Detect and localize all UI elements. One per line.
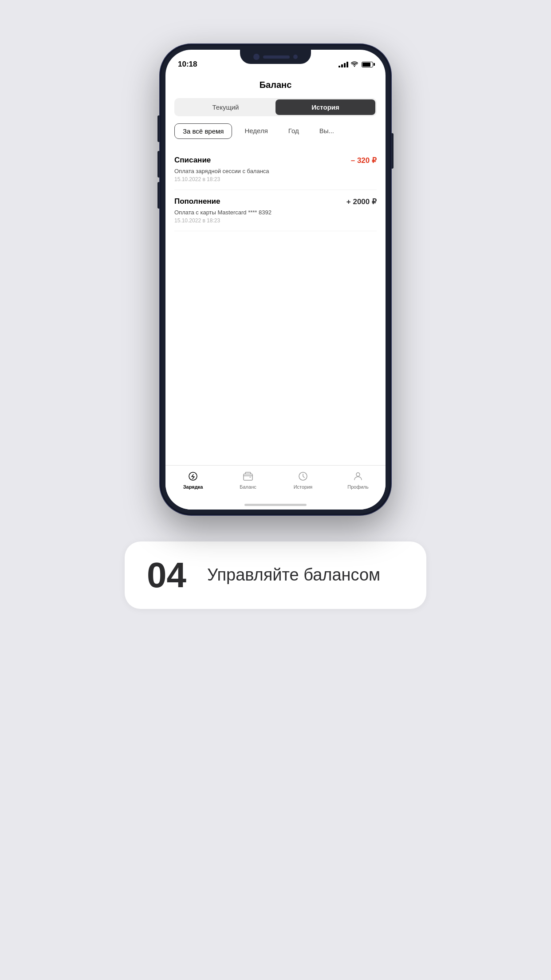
transactions-list: Списание – 320 ₽ Оплата зарядной сессии … <box>174 149 377 231</box>
nav-balance[interactable]: Баланс <box>220 470 276 490</box>
filter-week[interactable]: Неделя <box>236 123 276 139</box>
nav-charging[interactable]: Зарядка <box>165 470 220 490</box>
signal-icon <box>338 61 348 67</box>
notch <box>240 50 311 64</box>
nav-label-profile: Профиль <box>347 484 369 490</box>
transaction-title-1: Списание <box>174 156 211 165</box>
transaction-amount-1: – 320 ₽ <box>351 156 377 165</box>
nav-label-balance: Баланс <box>240 484 256 490</box>
transaction-date-2: 15.10.2022 в 18:23 <box>174 217 377 224</box>
transaction-item-2: Пополнение + 2000 ₽ Оплата с карты Maste… <box>174 190 377 231</box>
card-number: 04 <box>147 557 191 593</box>
charging-icon <box>187 470 199 482</box>
battery-icon <box>362 62 373 67</box>
wifi-icon <box>351 61 358 68</box>
transaction-date-1: 15.10.2022 в 18:23 <box>174 176 377 182</box>
filter-all[interactable]: За всё время <box>174 123 232 139</box>
card-text: Управляйте балансом <box>207 565 380 585</box>
bottom-nav: Зарядка Баланс <box>165 465 386 510</box>
filter-custom[interactable]: Вы... <box>311 123 342 139</box>
nav-label-charging: Зарядка <box>183 484 203 490</box>
nav-history[interactable]: История <box>276 470 331 490</box>
bottom-card: 04 Управляйте балансом <box>125 541 426 609</box>
tab-history[interactable]: История <box>276 99 375 115</box>
svg-rect-1 <box>244 474 252 480</box>
transaction-desc-2: Оплата с карты Mastercard **** 8392 <box>174 209 377 216</box>
transaction-item-1: Списание – 320 ₽ Оплата зарядной сессии … <box>174 149 377 190</box>
home-indicator <box>244 504 307 506</box>
phone-screen: 10:18 <box>165 50 386 510</box>
transaction-desc-1: Оплата зарядной сессии с баланса <box>174 168 377 174</box>
filters-container: За всё время Неделя Год Вы... <box>174 123 377 139</box>
tabs-container: Текущий История <box>174 98 377 116</box>
nav-label-history: История <box>294 484 313 490</box>
phone-wrapper: 10:18 <box>160 44 391 515</box>
status-time: 10:18 <box>178 60 197 69</box>
transaction-title-2: Пополнение <box>174 197 220 206</box>
nav-profile[interactable]: Профиль <box>331 470 386 490</box>
wallet-icon <box>242 470 254 482</box>
svg-point-3 <box>356 473 360 476</box>
history-icon <box>297 470 309 482</box>
svg-point-0 <box>189 472 197 480</box>
tab-current[interactable]: Текущий <box>176 99 276 115</box>
profile-icon <box>352 470 364 482</box>
app-content: Баланс Текущий История За всё время Неде… <box>165 73 386 470</box>
transaction-amount-2: + 2000 ₽ <box>346 197 377 206</box>
app-title: Баланс <box>174 73 377 98</box>
filter-year[interactable]: Год <box>280 123 307 139</box>
